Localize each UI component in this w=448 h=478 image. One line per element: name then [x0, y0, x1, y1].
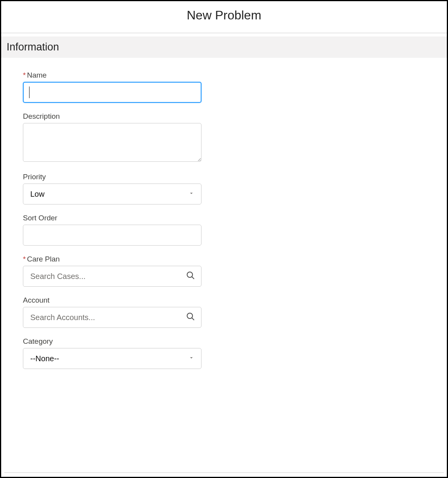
section-title: Information [7, 41, 441, 53]
category-value: --None-- [30, 354, 59, 363]
divider [1, 33, 447, 33]
priority-select[interactable]: Low [23, 184, 201, 204]
new-problem-modal: New Problem Information *Name Descriptio… [0, 0, 448, 478]
modal-header: New Problem [1, 1, 447, 33]
category-select[interactable]: --None-- [23, 348, 201, 369]
priority-label: Priority [23, 173, 425, 181]
field-group-category: Category --None-- [23, 337, 425, 369]
name-label: *Name [23, 71, 425, 80]
description-label: Description [23, 112, 425, 121]
priority-value: Low [30, 190, 45, 199]
divider [4, 472, 444, 473]
sort-order-label: Sort Order [23, 214, 425, 222]
required-indicator: * [23, 71, 26, 79]
care-plan-label: *Care Plan [23, 255, 425, 263]
category-label: Category [23, 337, 425, 346]
name-label-text: Name [27, 71, 47, 79]
sort-order-input[interactable] [23, 225, 201, 246]
field-group-account: Account [23, 296, 425, 328]
form-body: *Name Description Priority Low [1, 58, 447, 394]
name-input[interactable] [23, 82, 201, 103]
field-group-sort-order: Sort Order [23, 214, 425, 246]
modal-title: New Problem [1, 8, 447, 23]
field-group-name: *Name [23, 71, 425, 103]
care-plan-lookup[interactable] [23, 266, 201, 287]
field-group-care-plan: *Care Plan [23, 255, 425, 287]
account-lookup[interactable] [23, 307, 201, 328]
text-cursor [29, 87, 30, 98]
field-group-priority: Priority Low [23, 173, 425, 204]
description-textarea[interactable] [23, 123, 201, 162]
care-plan-label-text: Care Plan [27, 255, 60, 263]
field-group-description: Description [23, 112, 425, 163]
account-label: Account [23, 296, 425, 305]
required-indicator: * [23, 255, 26, 263]
section-header-information: Information [1, 36, 447, 58]
